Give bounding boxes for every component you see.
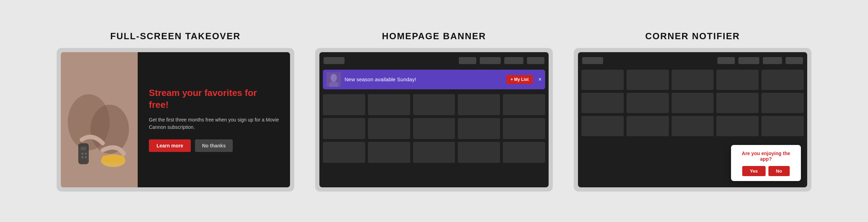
corner-grid-cell (581, 116, 624, 136)
grid-cell (458, 142, 500, 163)
banner-section: HOMEPAGE BANNER New season ava (315, 31, 553, 192)
corner-grid-cell (672, 116, 714, 136)
corner-inner: Are you enjoying the app? Yes No (578, 52, 807, 187)
corner-notifier-popup: Are you enjoying the app? Yes No (731, 145, 801, 181)
corner-grid-cell (581, 70, 624, 90)
corner-nav-block-1 (582, 57, 603, 64)
banner-frame: New season available Sunday! + My List × (315, 48, 553, 192)
corner-grid-cell (627, 70, 669, 90)
takeover-headline: Stream your favorites for free! (149, 87, 279, 111)
grid-cell (323, 118, 365, 139)
grid-cell (368, 142, 410, 163)
corner-title: CORNER NOTIFIER (645, 31, 740, 42)
svg-rect-4 (81, 147, 86, 150)
corner-grid-cell (581, 93, 624, 113)
corner-grid-cell (761, 116, 804, 136)
corner-frame: Are you enjoying the app? Yes No (574, 48, 811, 192)
corner-grid-cell (761, 70, 804, 90)
banner-thumb-icon (326, 72, 341, 87)
svg-rect-10 (102, 155, 124, 162)
grid-cell (458, 118, 500, 139)
no-thanks-button[interactable]: No thanks (195, 139, 233, 152)
no-button[interactable]: No (768, 166, 790, 176)
banner-content-grid (323, 94, 545, 163)
corner-grid-row-3 (581, 116, 804, 136)
corner-grid-row-1 (581, 70, 804, 90)
nav-block-3 (480, 57, 501, 64)
banner-title: HOMEPAGE BANNER (382, 31, 486, 42)
grid-cell (323, 94, 365, 115)
corner-section: CORNER NOTIFIER (574, 31, 811, 192)
grid-cell (413, 94, 455, 115)
takeover-illustration (61, 52, 138, 187)
corner-grid-row-2 (581, 93, 804, 113)
corner-grid-cell (672, 93, 714, 113)
takeover-buttons: Learn more No thanks (149, 139, 279, 152)
grid-cell (368, 118, 410, 139)
corner-nav (581, 56, 804, 65)
banner-nav (323, 56, 545, 65)
corner-grid-cell (627, 116, 669, 136)
banner-inner: New season available Sunday! + My List × (319, 52, 549, 187)
takeover-image (61, 52, 138, 187)
corner-grid-cell (716, 93, 759, 113)
corner-grid-cell (716, 70, 759, 90)
corner-grid-cell (761, 93, 804, 113)
takeover-inner: Stream your favorites for free! Get the … (61, 52, 290, 187)
svg-point-12 (331, 74, 337, 82)
grid-cell (503, 94, 545, 115)
grid-cell (503, 118, 545, 139)
banner-close-button[interactable]: × (538, 76, 542, 83)
nav-block-5 (527, 57, 544, 64)
grid-row-3 (323, 142, 545, 163)
my-list-button[interactable]: + My List (506, 75, 533, 84)
corner-grid-cell (627, 93, 669, 113)
corner-grid-cell (716, 116, 759, 136)
banner-notification: New season available Sunday! + My List × (323, 70, 545, 89)
corner-nav-block-3 (738, 57, 759, 64)
takeover-frame: Stream your favorites for free! Get the … (57, 48, 294, 192)
grid-cell (413, 118, 455, 139)
svg-point-7 (81, 156, 84, 158)
takeover-body: Get the first three months free when you… (149, 116, 279, 131)
takeover-section: FULL-SCREEN TAKEOVER (57, 31, 294, 192)
svg-point-5 (81, 153, 84, 155)
nav-block-4 (504, 57, 523, 64)
banner-notification-text: New season available Sunday! (345, 76, 503, 82)
grid-cell (323, 142, 365, 163)
nav-block-1 (324, 57, 345, 64)
grid-cell (368, 94, 410, 115)
takeover-title: FULL-SCREEN TAKEOVER (110, 31, 240, 42)
svg-point-6 (85, 153, 87, 155)
grid-cell (458, 94, 500, 115)
takeover-image-bg (61, 52, 138, 187)
grid-row-1 (323, 94, 545, 115)
takeover-content: Stream your favorites for free! Get the … (138, 52, 290, 187)
corner-content-grid (581, 70, 804, 136)
yes-button[interactable]: Yes (742, 166, 765, 176)
corner-action-buttons: Yes No (737, 166, 795, 176)
nav-block-2 (459, 57, 476, 64)
banner-thumbnail (326, 72, 341, 87)
grid-cell (413, 142, 455, 163)
corner-grid-cell (672, 70, 714, 90)
corner-question-text: Are you enjoying the app? (737, 151, 795, 162)
corner-nav-block-2 (717, 57, 735, 64)
svg-point-8 (85, 156, 87, 158)
grid-row-2 (323, 118, 545, 139)
grid-cell (503, 142, 545, 163)
corner-nav-block-5 (786, 57, 803, 64)
corner-nav-block-4 (763, 57, 782, 64)
learn-more-button[interactable]: Learn more (149, 139, 191, 152)
